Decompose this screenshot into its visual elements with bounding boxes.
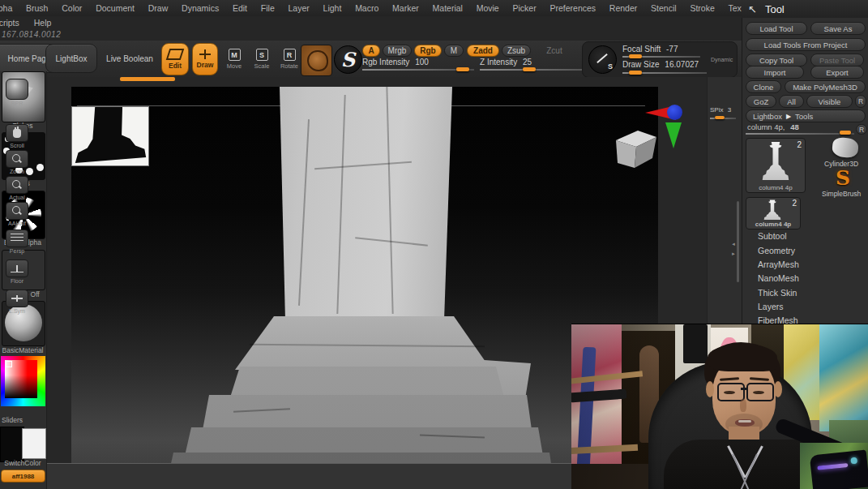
lightbox-tools-button[interactable]: Lightbox ▶ Tools [746, 109, 866, 122]
tray-bottom-button[interactable]: aff1988 [1, 470, 45, 483]
menu-item[interactable]: Dynamics [175, 3, 226, 13]
aahalf-button[interactable]: AAHalf [5, 202, 29, 226]
goz-button[interactable]: GoZ [746, 95, 776, 108]
menu-item[interactable]: Stencil [644, 3, 683, 13]
mode-rgb-button[interactable]: Rgb [414, 45, 442, 57]
tool-count-handle[interactable] [840, 131, 851, 135]
subpalette-thickskin[interactable]: Thick Skin [758, 288, 797, 298]
current-brush-thumbnail[interactable] [301, 45, 332, 76]
tool-count-badge: 2 [792, 199, 797, 208]
mode-a-button[interactable]: A [362, 45, 380, 57]
stroke-type-icon[interactable]: S [334, 45, 362, 74]
floor-button[interactable]: Floor [5, 260, 29, 284]
presenter [677, 336, 815, 489]
subpalette-subtool[interactable]: Subtool [758, 231, 787, 241]
menu-item[interactable]: Preferences [543, 3, 602, 13]
menu-item[interactable]: Document [89, 3, 142, 13]
menu-item[interactable]: Layer [281, 3, 316, 13]
color-picker[interactable] [1, 356, 45, 406]
import-button[interactable]: Import [746, 66, 804, 79]
menu-item[interactable]: Edit [226, 3, 254, 13]
z-intensity-handle[interactable] [523, 67, 536, 71]
color-picker-sv-square[interactable] [5, 360, 37, 398]
tool-palette-header[interactable]: ↖ Tool [742, 0, 868, 18]
divider-left-arrow-icon[interactable]: ◄ [731, 242, 736, 247]
paste-tool-button[interactable]: Paste Tool [810, 54, 864, 66]
y-axis-arrow-icon[interactable] [665, 122, 682, 148]
make-polymesh3d-button[interactable]: Make PolyMesh3D [785, 80, 866, 93]
bpr-button[interactable]: BPR [5, 79, 29, 106]
mode-zcut-button[interactable]: Zcut [541, 45, 567, 57]
draw-size-value: 16.07027 [665, 60, 699, 69]
menu-item[interactable]: Alpha [0, 3, 19, 13]
menu-item[interactable]: Draw [141, 3, 174, 13]
subpalette-geometry[interactable]: Geometry [758, 246, 795, 255]
tool-count-track[interactable] [746, 133, 854, 135]
export-button[interactable]: Export [810, 66, 864, 79]
active-tool-thumbnail[interactable]: 2 column4 4p [746, 138, 806, 193]
secondary-color-swatch[interactable] [22, 428, 46, 459]
z-intensity-track[interactable] [480, 69, 598, 71]
live-boolean-button[interactable]: Live Boolean [100, 44, 159, 73]
scroll-button[interactable]: Scroll [5, 124, 29, 148]
menu-item[interactable]: Brush [19, 3, 55, 13]
dynamic-toggle[interactable]: Dynamic [711, 57, 733, 62]
main-color-swatch[interactable] [0, 427, 24, 462]
scale-button[interactable]: S Scale [250, 45, 274, 73]
clone-button[interactable]: Clone [746, 80, 781, 93]
divider-right-arrow-icon[interactable]: ► [731, 251, 736, 256]
menu-item[interactable]: Stroke [683, 3, 721, 13]
simplebrush-icon[interactable]: S [836, 166, 850, 190]
menu-item[interactable]: Texture [721, 3, 742, 13]
menu-item[interactable]: Render [602, 3, 644, 13]
load-tools-from-project-button[interactable]: Load Tools From Project [746, 38, 866, 51]
mode-zadd-button[interactable]: Zadd [467, 45, 499, 57]
save-as-button[interactable]: Save As [810, 22, 866, 35]
subpalette-arraymesh[interactable]: ArrayMesh [758, 260, 799, 269]
goz-all-button[interactable]: All [779, 95, 804, 108]
mode-mrgb-button[interactable]: Mrgb [383, 45, 412, 57]
stroke-dot [36, 164, 44, 171]
zoom-button[interactable]: Zoom [5, 150, 29, 174]
draw-button[interactable]: Draw [192, 43, 218, 75]
menu-item[interactable]: Help [27, 18, 59, 28]
menu-item[interactable]: Zscripts [0, 18, 27, 28]
second-tool-thumbnail[interactable]: 2 column4 4p [746, 197, 801, 229]
color-picker-cursor[interactable] [6, 361, 12, 367]
focal-shift-handle[interactable] [629, 54, 642, 58]
menu-item[interactable]: Material [425, 3, 469, 13]
rotate-button[interactable]: R Rotate [276, 45, 302, 73]
persp-button[interactable]: Persp [5, 229, 29, 254]
shelf-scrollbar[interactable] [737, 201, 739, 282]
menu-item[interactable]: File [254, 3, 281, 13]
menu-item[interactable]: Marker [386, 3, 425, 13]
subpalette-nanomesh[interactable]: NanoMesh [758, 273, 799, 283]
rgb-intensity-handle[interactable] [456, 67, 469, 71]
column-tool-icon [761, 199, 784, 221]
copy-tool-button[interactable]: Copy Tool [746, 54, 807, 66]
sculpt-canvas[interactable]: N2CG [71, 87, 658, 463]
spix-handle[interactable] [715, 116, 725, 119]
mode-m-button[interactable]: M [444, 45, 464, 57]
goz-visible-button[interactable]: Visible [806, 95, 853, 108]
subpalette-layers[interactable]: Layers [758, 302, 784, 311]
edit-button[interactable]: Edit [161, 43, 189, 75]
menu-item[interactable]: Color [55, 3, 89, 13]
menu-item[interactable]: Macro [348, 3, 386, 13]
brush-preview-icon[interactable]: S [588, 45, 617, 74]
menu-item[interactable]: Picker [506, 3, 543, 13]
menu-item[interactable]: Movie [469, 3, 506, 13]
webcam-overlay [571, 324, 868, 489]
cylinder3d-thumbnail[interactable] [830, 138, 861, 159]
mode-zsub-button[interactable]: Zsub [502, 45, 531, 57]
actual-button[interactable]: Actual [5, 176, 29, 200]
goz-r-button[interactable]: R [855, 95, 866, 108]
menu-item[interactable]: Light [316, 3, 348, 13]
z-axis-dot-icon[interactable] [667, 105, 682, 120]
lightbox-button[interactable]: LightBox [45, 44, 97, 73]
move-button[interactable]: M Move [222, 45, 246, 73]
load-tool-button[interactable]: Load Tool [746, 22, 807, 35]
tool-r-button[interactable]: R [856, 124, 867, 135]
draw-size-handle[interactable] [629, 71, 642, 75]
lsym-button[interactable]: L.Sym [5, 290, 29, 314]
